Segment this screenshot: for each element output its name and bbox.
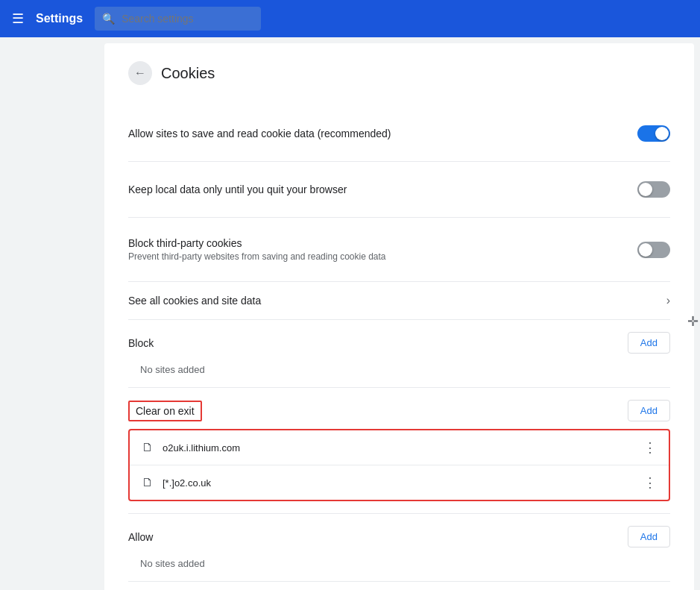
clear-on-exit-site-list: 🗋 o2uk.i.lithium.com ⋮ 🗋 [*.]o2.co.uk ⋮: [128, 429, 670, 501]
block-third-party-section: Block third-party cookies Prevent third-…: [128, 218, 670, 282]
keep-local-row: Keep local data only until you quit your…: [128, 174, 670, 205]
allow-section-header: Allow Add: [128, 526, 670, 547]
allow-cookies-label: Allow sites to save and read cookie data…: [128, 128, 391, 139]
keep-local-section: Keep local data only until you quit your…: [128, 162, 670, 218]
allow-section: Allow Add No sites added: [128, 514, 670, 582]
clear-on-exit-title: Clear on exit: [128, 401, 202, 421]
clear-on-exit-add-button[interactable]: Add: [628, 400, 670, 421]
site-item-left-1: 🗋 o2uk.i.lithium.com: [142, 441, 240, 454]
site-name-2: [*.]o2.co.uk: [163, 477, 211, 489]
file-icon-1: 🗋: [142, 441, 154, 454]
table-row: 🗋 o2uk.i.lithium.com ⋮: [130, 430, 669, 465]
block-third-party-label: Block third-party cookies: [128, 237, 386, 249]
block-section-header: Block Add: [128, 332, 670, 354]
block-third-party-thumb: [639, 243, 652, 257]
allow-cookies-toggle[interactable]: [637, 125, 670, 142]
block-third-party-track[interactable]: [637, 242, 670, 258]
allow-cookies-track[interactable]: [637, 125, 670, 142]
clear-on-exit-header: Clear on exit Add: [128, 400, 670, 421]
block-section-title: Block: [128, 337, 154, 349]
block-add-button[interactable]: Add: [628, 332, 670, 354]
allow-cookies-thumb: [655, 127, 669, 140]
page-title: Cookies: [161, 65, 215, 82]
chevron-right-icon: ›: [666, 294, 670, 307]
keep-local-toggle[interactable]: [637, 181, 670, 198]
keep-local-label: Keep local data only until you quit your…: [128, 183, 347, 195]
back-arrow-icon: ←: [134, 66, 146, 80]
keep-local-thumb: [639, 183, 652, 196]
search-input[interactable]: [95, 7, 261, 31]
block-third-party-row: Block third-party cookies Prevent third-…: [128, 230, 670, 269]
block-third-party-toggle[interactable]: [637, 242, 670, 258]
search-icon: 🔍: [102, 13, 115, 25]
table-row: 🗋 [*.]o2.co.uk ⋮: [130, 465, 669, 500]
menu-icon[interactable]: ☰: [12, 10, 24, 27]
site-item-left-2: 🗋 [*.]o2.co.uk: [142, 476, 211, 489]
main-content: ← Cookies Allow sites to save and read c…: [104, 43, 694, 590]
header-title: Settings: [36, 12, 83, 25]
header: ☰ Settings 🔍: [0, 0, 700, 37]
layout: ← Cookies Allow sites to save and read c…: [0, 37, 700, 590]
block-section: Block Add No sites added: [128, 320, 670, 388]
search-wrapper: 🔍: [95, 7, 688, 31]
resize-handle[interactable]: ✛: [687, 313, 699, 330]
keep-local-track[interactable]: [637, 181, 670, 198]
allow-cookies-row: Allow sites to save and read cookie data…: [128, 118, 670, 149]
site-name-1: o2uk.i.lithium.com: [163, 442, 240, 454]
more-options-icon-1[interactable]: ⋮: [643, 439, 657, 456]
allow-add-button[interactable]: Add: [628, 526, 670, 547]
allow-section-title: Allow: [128, 531, 153, 543]
clear-on-exit-section: Clear on exit Add 🗋 o2uk.i.lithium.com ⋮…: [128, 388, 670, 514]
block-no-sites: No sites added: [128, 361, 670, 375]
more-options-icon-2[interactable]: ⋮: [643, 474, 657, 491]
page-header: ← Cookies: [128, 61, 670, 85]
file-icon-2: 🗋: [142, 476, 154, 489]
back-button[interactable]: ←: [128, 61, 152, 85]
block-third-party-text: Block third-party cookies Prevent third-…: [128, 237, 386, 262]
allow-cookies-section: Allow sites to save and read cookie data…: [128, 106, 670, 162]
sidebar: [0, 37, 104, 590]
block-third-party-sublabel: Prevent third-party websites from saving…: [128, 251, 386, 262]
see-all-cookies-label: See all cookies and site data: [128, 295, 261, 307]
see-all-cookies-row[interactable]: See all cookies and site data ›: [128, 282, 670, 320]
allow-no-sites: No sites added: [128, 555, 670, 569]
